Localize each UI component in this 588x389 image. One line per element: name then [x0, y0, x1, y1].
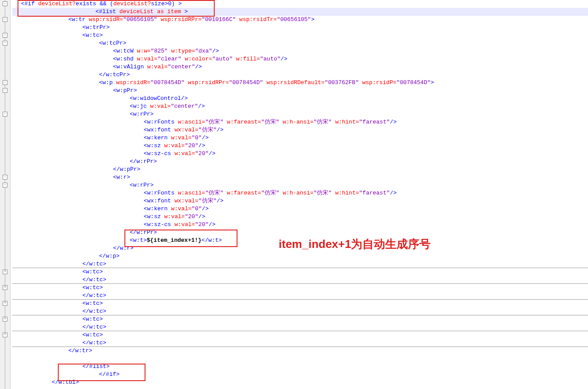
annotation-text: item_index+1为自动生成序号 — [279, 237, 431, 252]
code-line: <wx:font wx:val="仿宋"/> — [12, 126, 588, 134]
code-line: <w:sz w:val="20"/> — [12, 142, 588, 150]
fold-marker[interactable]: - — [3, 80, 7, 85]
fold-marker[interactable]: + — [3, 301, 7, 306]
code-line: <w:shd w:val="clear" w:color="auto" w:fi… — [12, 55, 588, 63]
code-line: <w:jc w:val="center"/> — [12, 103, 588, 110]
code-line: </w:pPr> — [12, 166, 588, 173]
code-line: <#list deviceList as item > — [12, 8, 588, 16]
fold-marker[interactable]: - — [3, 41, 7, 46]
code-line: </w:tc> — [12, 339, 588, 347]
code-line: </w:tc> — [12, 276, 588, 284]
code-line: <w:tc> — [12, 268, 588, 276]
code-line: </w:rPr> — [12, 229, 588, 237]
code-line: </w:tc> — [12, 308, 588, 315]
code-line: <w:vAlign w:val="center"/> — [12, 63, 588, 71]
code-line: <w:tc> — [12, 284, 588, 292]
code-line: <w:tc> — [12, 32, 588, 39]
fold-marker[interactable]: - — [3, 175, 7, 180]
code-line: </w:p> — [12, 252, 588, 260]
code-line: <w:p wsp:rsidR="0078454D" wsp:rsidRPr="0… — [12, 79, 588, 87]
code-line: <w:tcW w:w="825" w:type="dxa"/> — [12, 47, 588, 55]
code-line: <w:rFonts w:ascii="仿宋" w:fareast="仿宋" w:… — [12, 189, 588, 197]
code-line: </w:rPr> — [12, 158, 588, 166]
code-line: </#list> — [12, 363, 588, 371]
code-line: <#if deviceList?exists && (deviceList?si… — [12, 0, 588, 8]
fold-gutter: - - - - - - - - - + + + + + — [0, 0, 11, 389]
code-line: <w:tc> — [12, 331, 588, 339]
code-line: </w:tr> — [12, 347, 588, 355]
code-line: <w:sz-cs w:val="20"/> — [12, 221, 588, 229]
fold-marker[interactable]: + — [3, 285, 7, 290]
code-line: </#if> — [12, 371, 588, 378]
fold-marker[interactable]: + — [3, 332, 7, 337]
code-line: </w:tcPr> — [12, 71, 588, 79]
fold-marker[interactable]: - — [3, 183, 7, 187]
fold-marker[interactable]: - — [3, 1, 7, 6]
code-line: <w:sz w:val="20"/> — [12, 213, 588, 221]
code-line: </w:tbl> — [12, 378, 588, 386]
fold-marker[interactable]: - — [3, 17, 7, 22]
code-line: <w:rPr> — [12, 181, 588, 189]
code-line: </w:tc> — [12, 323, 588, 331]
code-line: <w:rFonts w:ascii="仿宋" w:fareast="仿宋" w:… — [12, 118, 588, 126]
code-editor[interactable]: - - - - - - - - - + + + + + <#if deviceL… — [0, 0, 588, 389]
code-line: <w:tr wsp:rsidR="00656105" wsp:rsidRPr="… — [12, 16, 588, 24]
code-line: <w:tcPr> — [12, 39, 588, 47]
code-line: <w:rPr> — [12, 110, 588, 118]
code-line: <w:tc> — [12, 315, 588, 323]
fold-marker[interactable]: - — [3, 33, 7, 38]
code-line: <w:trPr> — [12, 24, 588, 32]
fold-marker[interactable]: - — [3, 112, 7, 117]
code-line: </w:tc> — [12, 292, 588, 300]
code-area[interactable]: <#if deviceList?exists && (deviceList?si… — [11, 0, 588, 389]
code-line: <w:r> — [12, 173, 588, 181]
code-line: <w:tc> — [12, 300, 588, 308]
code-line: <w:sz-cs w:val="20"/> — [12, 150, 588, 158]
code-line: <w:kern w:val="0"/> — [12, 134, 588, 142]
fold-marker[interactable]: + — [3, 317, 7, 322]
code-line — [12, 355, 588, 363]
code-line: <wx:font wx:val="仿宋"/> — [12, 197, 588, 205]
code-line: </w:tc> — [12, 260, 588, 268]
fold-marker[interactable]: + — [3, 269, 7, 274]
code-line: <w:pPr> — [12, 87, 588, 95]
code-line: <w:widowControl/> — [12, 95, 588, 103]
fold-marker[interactable]: - — [3, 88, 7, 93]
code-line: <w:kern w:val="0"/> — [12, 205, 588, 213]
